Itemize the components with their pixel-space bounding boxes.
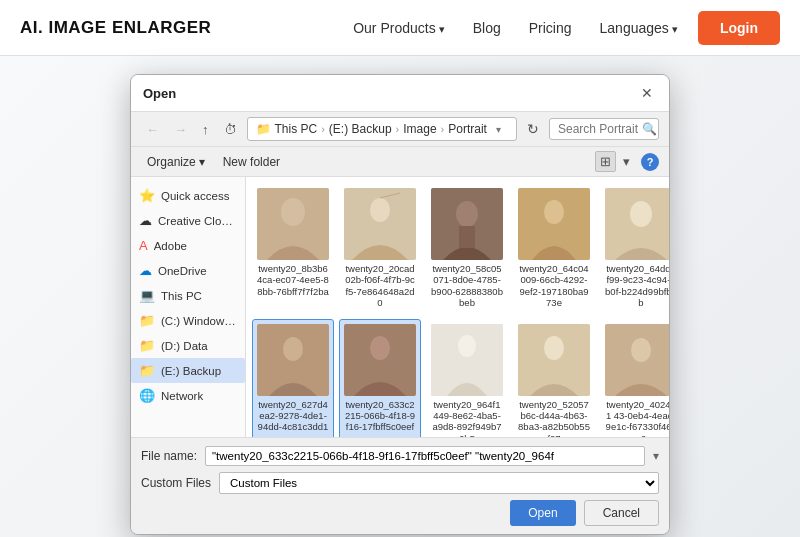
- folder-e-icon: 📁: [139, 363, 155, 378]
- sidebar-label-quick-access: Quick access: [161, 190, 229, 202]
- breadcrumb[interactable]: 📁 This PC › (E:) Backup › Image › Portra…: [247, 117, 518, 141]
- file-item[interactable]: twenty20_402471 43-0eb4-4ead-9e1c-f67330…: [600, 319, 669, 437]
- file-label: twenty20_64c04009-66cb-4292-9ef2-197180b…: [518, 263, 590, 309]
- sidebar-item-onedrive[interactable]: ☁ OneDrive: [131, 258, 245, 283]
- filename-input[interactable]: [205, 446, 645, 466]
- svg-point-11: [630, 201, 652, 227]
- organize-button[interactable]: Organize ▾: [141, 153, 211, 171]
- open-button[interactable]: Open: [510, 500, 575, 526]
- organize-label: Organize: [147, 155, 196, 169]
- file-thumbnail: [257, 324, 329, 396]
- svg-point-19: [544, 336, 564, 360]
- sidebar-item-adobe[interactable]: A Adobe: [131, 233, 245, 258]
- sidebar-label-creative-cloud: Creative Cloud Files: [158, 215, 237, 227]
- file-label: twenty20_58c05071-8d0e-4785-b900-6288838…: [431, 263, 503, 309]
- filetype-row: Custom Files Custom Files All Files: [141, 472, 659, 494]
- file-item[interactable]: twenty20_52057b6c-d44a-4b63-8ba3-a82b50b…: [513, 319, 595, 437]
- refresh-icon: ↻: [527, 121, 539, 137]
- forward-button[interactable]: →: [169, 119, 192, 140]
- breadcrumb-part-0: This PC: [275, 122, 318, 136]
- close-icon: ✕: [641, 85, 653, 101]
- app-logo: AI. IMAGE ENLARGER: [20, 18, 211, 38]
- file-thumbnail: [605, 188, 669, 260]
- search-icon: 🔍: [642, 122, 657, 136]
- svg-point-21: [631, 338, 651, 362]
- search-input[interactable]: [558, 122, 638, 136]
- breadcrumb-part-1: (E:) Backup: [329, 122, 392, 136]
- list-view-button[interactable]: ▾: [618, 151, 635, 172]
- file-item[interactable]: twenty20_627d4ea2-9278-4de1-94dd-4c81c3d…: [252, 319, 334, 437]
- file-thumbnail: [431, 324, 503, 396]
- file-item[interactable]: twenty20_633c2215-066b-4f18-9f16-17fbff5…: [339, 319, 421, 437]
- recent-button[interactable]: ⏱: [219, 119, 242, 140]
- sidebar-label-data: (D:) Data: [161, 340, 208, 352]
- nav-pricing[interactable]: Pricing: [529, 20, 572, 36]
- svg-rect-7: [459, 226, 475, 248]
- sidebar-item-this-pc[interactable]: 💻 This PC: [131, 283, 245, 308]
- back-button[interactable]: ←: [141, 119, 164, 140]
- sidebar-label-onedrive: OneDrive: [158, 265, 207, 277]
- view-toggle: ⊞ ▾: [595, 151, 635, 172]
- file-label: twenty20_633c2215-066b-4f18-9f16-17fbff5…: [344, 399, 416, 433]
- filename-dropdown-icon[interactable]: ▾: [653, 449, 659, 463]
- svg-point-17: [458, 335, 476, 357]
- dialog-footer: File name: ▾ Custom Files Custom Files A…: [131, 437, 669, 534]
- sidebar-item-backup[interactable]: 📁 (E:) Backup: [131, 358, 245, 383]
- sidebar-item-quick-access[interactable]: ⭐ Quick access: [131, 183, 245, 208]
- sidebar-item-network[interactable]: 🌐 Network: [131, 383, 245, 408]
- breadcrumb-dropdown-icon[interactable]: ▾: [491, 121, 507, 137]
- refresh-button[interactable]: ↻: [522, 119, 544, 139]
- login-button[interactable]: Login: [698, 11, 780, 45]
- file-item[interactable]: twenty20_64c04009-66cb-4292-9ef2-197180b…: [513, 183, 595, 314]
- nav-blog[interactable]: Blog: [473, 20, 501, 36]
- file-thumbnail: [518, 324, 590, 396]
- dialog-body: ⭐ Quick access ☁ Creative Cloud Files A …: [131, 177, 669, 437]
- open-file-dialog: Open ✕ ← → ↑ ⏱ 📁 This PC ›: [130, 74, 670, 535]
- file-item[interactable]: twenty20_64ddaf99-9c23-4c94-8b0f-b224d99…: [600, 183, 669, 314]
- file-thumbnail: [257, 188, 329, 260]
- dialog-title: Open: [143, 86, 637, 101]
- dialog-close-button[interactable]: ✕: [637, 83, 657, 103]
- file-item[interactable]: twenty20_964f1449-8e62-4ba5-a9d8-892f949…: [426, 319, 508, 437]
- nav-languages[interactable]: Languages: [600, 20, 678, 36]
- filename-label: File name:: [141, 449, 197, 463]
- sidebar-label-windows: (C:) Windows 10: [161, 315, 237, 327]
- breadcrumb-part-2: Image: [403, 122, 436, 136]
- help-button[interactable]: ?: [641, 153, 659, 171]
- svg-point-1: [281, 198, 305, 226]
- cloud-icon: ☁: [139, 213, 152, 228]
- forward-icon: →: [174, 122, 187, 137]
- new-folder-button[interactable]: New folder: [217, 153, 286, 171]
- sidebar-label-adobe: Adobe: [154, 240, 187, 252]
- sidebar-item-data[interactable]: 📁 (D:) Data: [131, 333, 245, 358]
- folder-d-icon: 📁: [139, 338, 155, 353]
- dialog-overlay: Open ✕ ← → ↑ ⏱ 📁 This PC ›: [0, 56, 800, 537]
- file-thumbnail: [605, 324, 669, 396]
- svg-point-9: [544, 200, 564, 224]
- sidebar-item-creative-cloud[interactable]: ☁ Creative Cloud Files: [131, 208, 245, 233]
- file-item[interactable]: twenty20_8b3b64ca-ec07-4ee5-88bb-76bff7f…: [252, 183, 334, 314]
- nav-our-products[interactable]: Our Products: [353, 20, 445, 36]
- file-label: twenty20_964f1449-8e62-4ba5-a9d8-892f949…: [431, 399, 503, 437]
- back-icon: ←: [146, 122, 159, 137]
- file-label: twenty20_64ddaf99-9c23-4c94-8b0f-b224d99…: [605, 263, 669, 309]
- file-item[interactable]: twenty20_58c05071-8d0e-4785-b900-6288838…: [426, 183, 508, 314]
- chevron-down-icon: ▾: [623, 154, 630, 169]
- pc-icon: 💻: [139, 288, 155, 303]
- sep-icon-2: ›: [396, 123, 400, 135]
- star-icon: ⭐: [139, 188, 155, 203]
- help-icon: ?: [647, 156, 654, 168]
- filetype-select[interactable]: Custom Files All Files: [219, 472, 659, 494]
- file-item[interactable]: twenty20_20cad02b-f06f-4f7b-9cf5-7e86464…: [339, 183, 421, 314]
- file-thumbnail: [518, 188, 590, 260]
- search-box: 🔍: [549, 118, 659, 140]
- svg-point-3: [370, 198, 390, 222]
- sidebar-item-windows[interactable]: 📁 (C:) Windows 10: [131, 308, 245, 333]
- folder-icon: 📁: [256, 122, 271, 136]
- file-thumbnail: [344, 324, 416, 396]
- new-folder-label: New folder: [223, 155, 280, 169]
- grid-view-button[interactable]: ⊞: [595, 151, 616, 172]
- up-button[interactable]: ↑: [197, 119, 214, 140]
- cancel-button[interactable]: Cancel: [584, 500, 659, 526]
- file-label: twenty20_402471 43-0eb4-4ead-9e1c-f67330…: [605, 399, 669, 437]
